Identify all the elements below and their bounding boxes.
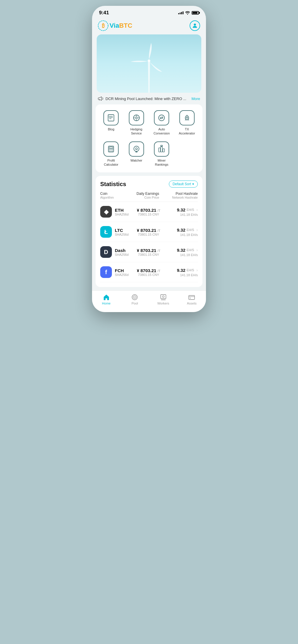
- coin-pool-hashrate: 9.32: [177, 248, 185, 253]
- status-icons: [178, 11, 199, 15]
- workers-icon: [160, 294, 167, 301]
- coin-net-hashrate: 141.18 EH/s: [180, 273, 198, 277]
- wifi-icon: [185, 11, 190, 15]
- banner[interactable]: [97, 34, 201, 93]
- wind-turbine-icon: [126, 40, 172, 93]
- coin-earnings: ¥ 8703.21 /T: [137, 208, 160, 213]
- sort-button[interactable]: Default Sort ▾: [169, 181, 198, 188]
- nav-assets[interactable]: Assets: [183, 294, 200, 305]
- nav-workers[interactable]: Workers: [155, 294, 172, 305]
- conversion-icon: [154, 110, 169, 125]
- service-item-tx-accelerator[interactable]: TXAccelerator: [174, 110, 200, 136]
- svg-marker-3: [148, 61, 150, 93]
- coin-algo: SHA256d: [115, 273, 129, 276]
- sort-label: Default Sort: [173, 182, 191, 186]
- stats-header: Statistics Default Sort ▾: [100, 181, 198, 188]
- logo-text: ViaBTC: [110, 22, 132, 29]
- th-network-hashrate: Network Hashrate: [172, 196, 198, 199]
- coin-earnings: ¥ 8703.21 /T: [137, 268, 160, 273]
- svg-point-14: [186, 117, 188, 118]
- coin-name: Dash: [115, 248, 129, 253]
- coin-row-fch[interactable]: f FCH SHA256d ¥ 8703.21 /T 73801.15 CNY …: [100, 262, 198, 282]
- nav-home[interactable]: Home: [98, 294, 115, 305]
- svg-rect-26: [159, 148, 160, 152]
- profit-calculator-label: ProfitCalculator: [104, 158, 118, 167]
- coin-algo: SHA256d: [115, 213, 129, 216]
- coin-row-eth[interactable]: ◆ ETH SHA256d ¥ 8703.21 /T 73801.15 CNY …: [100, 202, 198, 222]
- services-grid: Blog HedgingService: [98, 110, 200, 167]
- coin-net-hashrate: 141.18 EH/s: [180, 233, 198, 237]
- service-item-miner-rankings[interactable]: MinerRankings: [149, 141, 174, 167]
- svg-point-34: [162, 296, 164, 298]
- header: ₿ ViaBTC: [92, 18, 206, 34]
- services-card: Blog HedgingService: [96, 104, 202, 172]
- svg-point-4: [148, 60, 150, 62]
- watcher-label: Watcher: [130, 158, 142, 162]
- service-item-watcher[interactable]: Watcher: [124, 141, 149, 167]
- bottom-nav: Home Pool Workers: [92, 290, 206, 312]
- hedging-label: HedgingService: [130, 127, 142, 136]
- svg-rect-36: [190, 298, 191, 298]
- announcement-more-link[interactable]: More: [191, 97, 200, 101]
- home-icon: [103, 294, 110, 301]
- coin-algo: SHA256d: [115, 233, 129, 236]
- svg-point-22: [112, 150, 113, 151]
- pool-icon: [131, 294, 138, 301]
- chevron-right-icon: ›: [196, 228, 198, 232]
- calculator-icon: [103, 141, 119, 157]
- svg-point-18: [111, 149, 111, 150]
- coin-logo-eth: ◆: [100, 206, 112, 218]
- svg-point-24: [135, 148, 137, 150]
- service-item-blog[interactable]: Blog: [98, 110, 124, 136]
- coin-logo-ltc: Ł: [100, 226, 112, 238]
- coin-earnings: ¥ 8703.21 /T: [137, 248, 160, 253]
- blog-label: Blog: [108, 127, 114, 131]
- profile-icon[interactable]: [190, 20, 200, 31]
- announcement-text: DCR Mining Pool Launched: Mine with ZERO…: [105, 97, 189, 101]
- chevron-right-icon: ›: [196, 268, 198, 272]
- svg-point-25: [136, 149, 137, 149]
- service-item-profit-calculator[interactable]: ProfitCalculator: [98, 141, 124, 167]
- coin-pool-hashrate: 9.32: [177, 228, 185, 232]
- coin-earnings: ¥ 8703.21 /T: [137, 228, 160, 233]
- coin-algo: SHA256d: [115, 253, 129, 256]
- coin-row-ltc[interactable]: Ł LTC SHA256d ¥ 8703.21 /T 73801.15 CNY …: [100, 222, 198, 242]
- blog-icon: [103, 110, 119, 125]
- coin-pool-hashrate: 9.32: [177, 268, 185, 273]
- svg-point-2: [194, 24, 196, 26]
- chevron-right-icon: ›: [196, 248, 198, 252]
- conversion-label: AutoConversion: [153, 127, 170, 136]
- nav-pool[interactable]: Pool: [126, 294, 143, 305]
- coin-name: FCH: [115, 268, 129, 273]
- statistics-section: Statistics Default Sort ▾ Coin Algorithm…: [96, 176, 202, 287]
- th-daily-earnings: Daily Earnings: [136, 192, 159, 196]
- svg-text:₿: ₿: [102, 23, 105, 29]
- announcement-bar[interactable]: DCR Mining Pool Launched: Mine with ZERO…: [92, 93, 206, 104]
- coin-row-dash[interactable]: D Dash SHA256d ¥ 8703.21 /T 73801.15 CNY…: [100, 242, 198, 262]
- miner-rankings-label: MinerRankings: [155, 158, 168, 167]
- coin-name: LTC: [115, 228, 129, 233]
- hedging-icon: [129, 110, 144, 125]
- th-algorithm: Algorithm: [100, 196, 124, 199]
- coin-price: 73801.15 CNY: [138, 213, 159, 216]
- svg-point-20: [109, 150, 110, 151]
- service-item-hedging[interactable]: HedgingService: [124, 110, 149, 136]
- svg-point-32: [134, 297, 135, 298]
- watcher-icon: [129, 141, 144, 157]
- banner-container: [92, 34, 206, 93]
- btc-logo-icon: ₿: [98, 20, 108, 31]
- chevron-right-icon: ›: [196, 207, 198, 212]
- stats-title: Statistics: [100, 181, 126, 188]
- svg-point-12: [136, 118, 137, 118]
- svg-rect-9: [108, 116, 110, 118]
- coin-price: 73801.15 CNY: [138, 273, 159, 276]
- service-item-conversion[interactable]: AutoConversion: [149, 110, 174, 136]
- logo: ₿ ViaBTC: [98, 20, 132, 31]
- svg-rect-27: [161, 147, 162, 152]
- chevron-down-icon: ▾: [192, 182, 194, 186]
- table-header: Coin Algorithm Daily Earnings Coin Price…: [100, 192, 198, 202]
- coin-net-hashrate: 141.18 EH/s: [180, 213, 198, 216]
- workers-label: Workers: [157, 302, 169, 305]
- th-coin: Coin: [100, 192, 124, 196]
- th-coin-price: Coin Price: [144, 196, 159, 199]
